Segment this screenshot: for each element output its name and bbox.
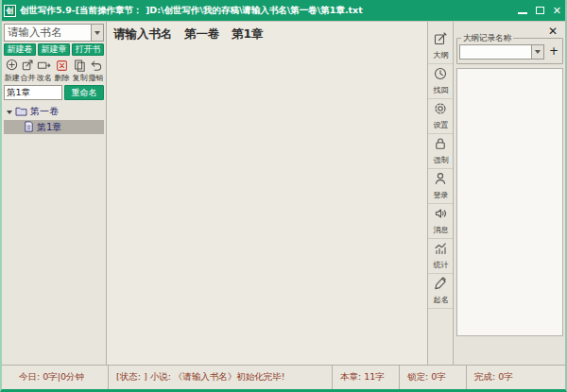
side-tool-strip: 大纲 找回 设置 <box>427 22 454 365</box>
book-name-value: 请输入书名 <box>5 26 91 40</box>
tool-label: 改名 <box>36 73 51 83</box>
app-window: 创 创世写作5.9-[当前操作章节： ]D:\创世写作\我的存稿\请输入书名\第… <box>0 0 567 392</box>
volume-label: 第一卷 <box>30 105 59 118</box>
add-outline-button[interactable]: + <box>547 45 560 60</box>
create-buttons-row: 新建卷 新建章 打开书 <box>4 43 104 56</box>
open-book-button[interactable]: 打开书 <box>72 43 104 56</box>
chapter-sidebar: 请输入书名 新建卷 新建章 打开书 新建 <box>2 22 107 365</box>
new-button[interactable]: 新建 <box>4 59 20 84</box>
merge-button[interactable]: 合并 <box>20 59 36 84</box>
outline-record-label: 大纲记录名称 <box>461 33 513 44</box>
panel-close-icon[interactable]: ✕ <box>542 24 563 37</box>
rename-button[interactable]: 重命名 <box>64 85 104 100</box>
statusbar: 今日: 0字|0分钟 [状态: ] 小说: 《请输入书名》初始化完毕! 本章: … <box>2 365 565 389</box>
status-done-words: 完成: 0字 <box>467 366 565 389</box>
book-name-select[interactable]: 请输入书名 <box>4 24 104 42</box>
recover-button[interactable]: 找回 <box>428 64 453 99</box>
tool-label: 新建 <box>4 73 19 83</box>
tool-label: 复制 <box>72 73 87 83</box>
rename-icon <box>37 59 51 73</box>
strip-label: 设置 <box>433 120 448 130</box>
outline-record-group: 大纲记录名称 + <box>456 38 563 64</box>
clock-icon <box>433 66 448 85</box>
pen-icon <box>433 276 448 295</box>
copy-button[interactable]: 复制 <box>72 59 88 84</box>
force-button[interactable]: 强制 <box>428 134 453 169</box>
tree-volume-row[interactable]: 第一卷 <box>4 105 104 118</box>
minimize-icon[interactable] <box>518 12 527 14</box>
speaker-icon <box>433 206 448 225</box>
strip-label: 统计 <box>433 260 448 270</box>
chart-icon <box>433 241 448 260</box>
window-title: 创世写作5.9-[当前操作章节： ]D:\创世写作\我的存稿\请输入书名\第一卷… <box>20 5 512 17</box>
merge-icon <box>21 59 35 73</box>
app-logo-icon: 创 <box>4 5 16 17</box>
status-chapter-words: 本章: 11字 <box>333 366 399 389</box>
editor-breadcrumb: 请输入书名 第一卷 第1章 <box>107 22 427 43</box>
strip-label: 起名 <box>433 295 448 305</box>
status-today: 今日: 0字|0分钟 <box>2 366 108 389</box>
outline-record-value <box>460 45 531 59</box>
undo-icon <box>89 59 103 73</box>
tool-label: 删除 <box>54 73 69 83</box>
chapter-label: 第1章 <box>37 121 61 134</box>
strip-label: 消息 <box>433 225 448 235</box>
close-icon[interactable]: ✕ <box>553 6 561 16</box>
dropdown-arrow-icon[interactable] <box>91 25 103 41</box>
chapter-toolbar: 新建 合并 改名 <box>4 59 104 83</box>
rename-tool-button[interactable]: 改名 <box>36 59 52 84</box>
outline-button[interactable]: 大纲 <box>428 29 453 64</box>
status-locked-words: 锁定: 0字 <box>400 366 466 389</box>
dropdown-arrow-icon[interactable] <box>531 45 543 59</box>
undo-button[interactable]: 撤销 <box>88 59 104 84</box>
book-tree: 第一卷 第1章 <box>4 105 104 134</box>
tree-chapter-row[interactable]: 第1章 <box>4 120 104 134</box>
rename-row: 重命名 <box>4 85 104 100</box>
strip-label: 大纲 <box>433 50 448 60</box>
tree-caret-icon[interactable] <box>7 111 12 117</box>
naming-button[interactable]: 起名 <box>428 274 453 309</box>
lock-icon <box>433 136 448 155</box>
outline-record-select[interactable] <box>459 44 544 60</box>
folder-icon <box>15 106 27 118</box>
window-controls: ✕ <box>518 6 561 16</box>
outline-icon <box>433 31 448 50</box>
chapter-name-input[interactable] <box>4 85 62 100</box>
status-message: [状态: ] 小说: 《请输入书名》初始化完毕! <box>109 366 332 389</box>
titlebar: 创 创世写作5.9-[当前操作章节： ]D:\创世写作\我的存稿\请输入书名\第… <box>0 0 567 21</box>
delete-icon <box>55 59 69 73</box>
tool-label: 撤销 <box>88 73 103 83</box>
login-button[interactable]: 登录 <box>428 169 453 204</box>
stats-button[interactable]: 统计 <box>428 239 453 274</box>
message-button[interactable]: 消息 <box>428 204 453 239</box>
new-icon <box>5 59 19 73</box>
strip-label: 强制 <box>433 155 448 165</box>
delete-button[interactable]: 删除 <box>54 59 70 84</box>
outline-panel: ✕ 大纲记录名称 + <box>454 22 565 365</box>
outline-list[interactable] <box>456 68 563 336</box>
strip-label: 找回 <box>433 85 448 95</box>
new-chapter-button[interactable]: 新建章 <box>38 43 70 56</box>
settings-button[interactable]: 设置 <box>428 99 453 134</box>
chapter-doc-icon <box>24 121 34 134</box>
window-body: 请输入书名 新建卷 新建章 打开书 新建 <box>2 21 565 365</box>
tool-label: 合并 <box>20 73 35 83</box>
strip-label: 登录 <box>433 190 448 200</box>
maximize-icon[interactable] <box>536 7 544 14</box>
new-volume-button[interactable]: 新建卷 <box>4 43 36 56</box>
editor-area[interactable]: 请输入书名 第一卷 第1章 <box>107 22 427 365</box>
copy-icon <box>73 59 87 73</box>
user-icon <box>433 171 448 190</box>
gear-icon <box>433 101 448 120</box>
